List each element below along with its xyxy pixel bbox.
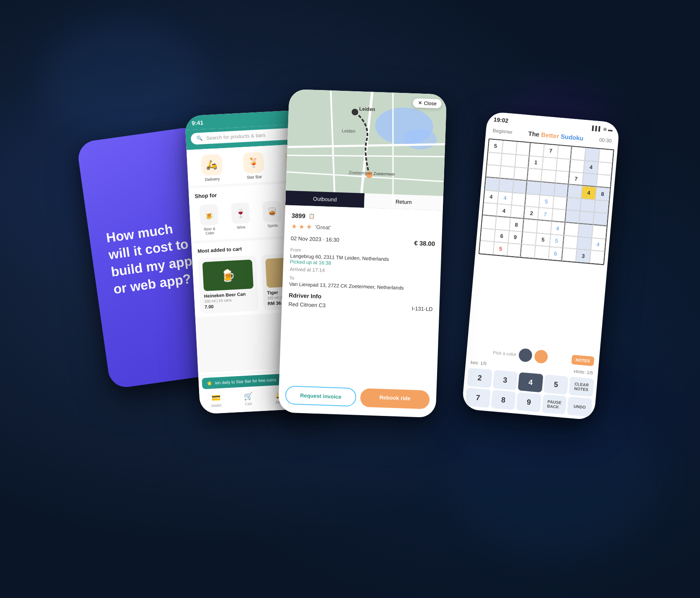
sudoku-cell-2-1[interactable] [500,166,515,180]
sudoku-cell-1-5[interactable] [556,158,571,172]
sudoku-cell-6-0[interactable] [481,215,496,229]
sudoku-cell-0-4[interactable]: 7 [543,144,558,158]
num-7[interactable]: 7 [465,388,491,408]
sudoku-cell-3-5[interactable] [554,183,569,197]
pause-back-button[interactable]: PAUSEBACK [542,394,567,415]
sudoku-cell-0-7[interactable] [585,148,600,161]
sudoku-cell-1-3[interactable]: 1 [528,156,543,169]
sudoku-cell-7-5[interactable]: 5 [549,234,564,248]
sudoku-cell-1-2[interactable] [515,154,530,168]
undo-button[interactable]: UNDO [567,396,592,417]
sudoku-cell-3-3[interactable] [526,181,541,194]
sudoku-cell-5-8[interactable] [593,212,608,226]
tab-outbound[interactable]: Outbound [285,190,365,208]
sudoku-cell-5-7[interactable] [579,211,594,225]
sudoku-cell-7-1[interactable]: 6 [494,229,509,243]
nav-wallet[interactable]: 💳 Wallet [211,393,221,408]
sudoku-cell-2-2[interactable] [513,167,528,181]
sudoku-cell-8-3[interactable] [521,244,536,258]
sudoku-cell-4-0[interactable]: 4 [484,190,499,204]
sudoku-cell-6-1[interactable] [496,216,510,230]
sudoku-cell-0-1[interactable] [502,141,517,154]
sudoku-cell-4-2[interactable] [511,192,526,206]
product-wine[interactable]: 🍷 Wine [231,202,251,234]
sudoku-cell-5-1[interactable]: 4 [496,204,511,218]
sudoku-cell-0-8[interactable] [598,149,613,163]
sudoku-cell-4-5[interactable] [553,196,568,210]
sudoku-cell-5-3[interactable]: 2 [524,207,539,220]
sudoku-cell-1-8[interactable] [597,162,612,175]
category-starbar[interactable]: 🍹 Star Bar [243,152,265,180]
sudoku-cell-2-0[interactable] [486,165,501,178]
sudoku-cell-1-6[interactable] [570,159,585,173]
sudoku-cell-6-6[interactable] [564,223,579,236]
sudoku-cell-2-4[interactable] [541,170,556,183]
request-invoice-button[interactable]: Request invoice [285,386,356,407]
color-yellow[interactable] [534,350,549,364]
sudoku-cell-2-7[interactable] [583,173,598,187]
sudoku-cell-8-7[interactable]: 3 [576,249,591,263]
sudoku-cell-1-4[interactable] [542,157,557,170]
sudoku-cell-1-0[interactable] [487,152,502,166]
category-delivery[interactable]: 🛵 Delivery [201,154,223,182]
sudoku-cell-7-4[interactable]: 5 [536,233,551,247]
sudoku-cell-8-4[interactable] [535,246,549,259]
sudoku-cell-6-8[interactable] [592,225,607,239]
sudoku-cell-3-1[interactable] [499,179,514,192]
sudoku-cell-5-6[interactable] [565,210,580,224]
rebook-ride-button[interactable]: Rebook ride [360,388,430,409]
sudoku-cell-0-6[interactable] [571,146,586,160]
product-beer[interactable]: 🍺 Beer &Cider [199,204,219,236]
sudoku-cell-3-7[interactable]: 4 [581,186,596,199]
sudoku-cell-4-6[interactable] [566,197,581,211]
sudoku-cell-5-4[interactable]: 7 [538,207,553,221]
sudoku-cell-8-2[interactable] [507,243,522,257]
sudoku-cell-4-4[interactable]: 5 [539,195,554,209]
num-3[interactable]: 3 [492,370,518,390]
product-heineken[interactable]: 🍺 Heineken Beer Can 330 ml | 24 cans 7.0… [198,255,259,314]
sudoku-cell-0-3[interactable] [530,143,544,157]
notes-button[interactable]: NOTES [571,355,594,366]
sudoku-cell-6-3[interactable] [523,219,538,233]
sudoku-cell-4-1[interactable]: 4 [498,191,513,205]
sudoku-cell-0-5[interactable] [557,146,572,159]
sudoku-cell-5-2[interactable] [510,205,525,219]
product-spirits[interactable]: 🥃 Spirits [262,201,282,232]
sudoku-cell-7-2[interactable]: 9 [508,231,523,244]
sudoku-cell-8-1[interactable]: 5 [493,242,508,255]
sudoku-cell-4-3[interactable] [525,194,540,207]
sudoku-cell-6-4[interactable] [537,220,552,234]
map-close-button[interactable]: ✕ Close [413,98,442,108]
sudoku-cell-7-8[interactable]: 4 [591,238,605,251]
sudoku-cell-2-5[interactable] [555,171,570,185]
sudoku-cell-8-6[interactable] [562,248,577,262]
sudoku-cell-7-0[interactable] [481,228,496,242]
sudoku-cell-0-0[interactable]: 5 [488,139,503,153]
num-5[interactable]: 5 [543,374,569,395]
sudoku-cell-0-2[interactable] [516,142,531,156]
clear-notes-button[interactable]: CLEARNOTES [569,377,594,397]
num-2[interactable]: 2 [467,368,492,388]
sudoku-cell-5-5[interactable] [552,209,566,222]
sudoku-cell-6-2[interactable]: 8 [509,218,524,231]
color-blue[interactable] [518,348,533,362]
sudoku-cell-2-6[interactable]: 7 [569,172,583,186]
sudoku-cell-3-4[interactable] [540,182,555,196]
sudoku-cell-1-7[interactable]: 4 [583,160,598,174]
sudoku-cell-8-5[interactable]: 6 [548,247,563,260]
num-9[interactable]: 9 [516,392,542,412]
sudoku-cell-5-0[interactable] [483,203,498,216]
num-8[interactable]: 8 [491,390,516,410]
sudoku-cell-3-0[interactable] [485,177,500,191]
sudoku-cell-7-7[interactable] [577,236,592,250]
sudoku-cell-7-6[interactable] [563,235,578,249]
nav-cart[interactable]: 🛒 Cart [243,391,253,406]
sudoku-cell-2-3[interactable] [527,168,542,182]
sudoku-cell-8-0[interactable] [479,241,494,254]
sudoku-cell-1-1[interactable] [501,153,516,167]
sudoku-cell-6-5[interactable]: 4 [550,221,565,235]
sudoku-cell-4-8[interactable] [594,199,609,213]
sudoku-cell-8-8[interactable] [590,250,605,264]
sudoku-cell-3-8[interactable]: 8 [595,187,610,201]
sudoku-cell-6-7[interactable] [578,224,593,238]
